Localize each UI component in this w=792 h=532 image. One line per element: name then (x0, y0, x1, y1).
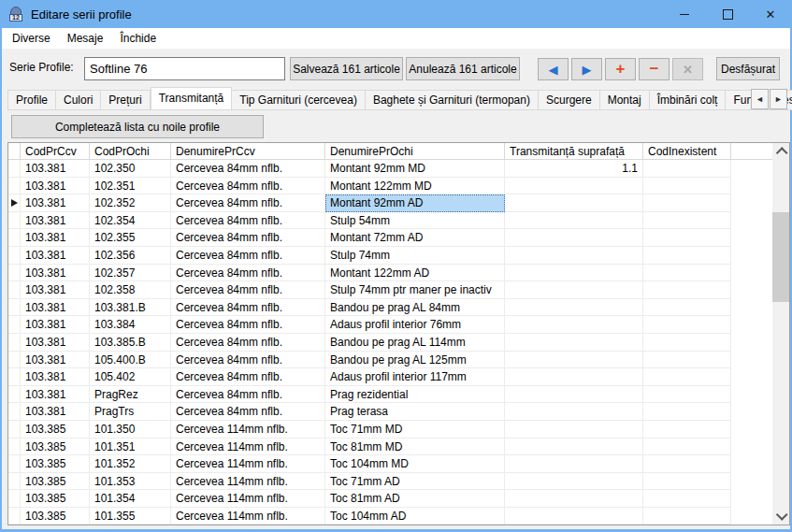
grid-cell[interactable]: 105.400.B (90, 352, 171, 369)
table-row[interactable]: 103.381102.356Cercevea 84mm nflb.Stulp 7… (8, 247, 772, 265)
serie-profile-input[interactable] (84, 57, 285, 80)
scroll-up-button[interactable] (772, 143, 789, 159)
grid-cell[interactable]: Montant 122mm MD (325, 178, 505, 195)
grid-cell[interactable] (643, 212, 731, 230)
grid-cell[interactable]: Stulp 74mm ptr maner pe inactiv (325, 281, 505, 299)
grid-cell[interactable] (643, 455, 731, 473)
table-row[interactable]: 103.385101.354Cercevea 114mm nflb.Toc 81… (8, 490, 772, 508)
grid-cell[interactable]: Cercevea 84mm nflb. (171, 160, 325, 178)
grid-cell[interactable]: Cercevea 84mm nflb. (171, 299, 325, 317)
grid-cell[interactable]: Cercevea 84mm nflb. (171, 316, 325, 334)
grid-cell[interactable]: 102.356 (90, 247, 171, 265)
grid-cell[interactable]: Cercevea 84mm nflb. (171, 178, 325, 195)
menu-item-diverse[interactable]: Diverse (4, 28, 59, 49)
grid-cell[interactable] (643, 247, 731, 265)
grid-cell[interactable]: 102.357 (90, 265, 171, 282)
grid-cell[interactable]: Adaus profil interior 76mm (325, 316, 505, 334)
grid-cell[interactable]: Cercevea 114mm nflb. (171, 473, 325, 491)
tab-scroll-left-button[interactable]: ◄ (751, 89, 769, 109)
grid-cell[interactable]: Montant 92mm MD (325, 160, 505, 178)
grid-cell[interactable]: 102.351 (90, 178, 171, 195)
grid-cell[interactable] (505, 316, 643, 334)
grid-cell[interactable]: Cercevea 114mm nflb. (171, 508, 325, 525)
grid-cell[interactable] (643, 403, 731, 421)
table-row[interactable]: 103.381105.400.BCercevea 84mm nflb.Bando… (8, 352, 772, 369)
grid-cell[interactable] (505, 386, 643, 404)
grid-cell[interactable]: 105.402 (90, 368, 171, 386)
grid-cell[interactable] (643, 299, 731, 317)
grid-cell[interactable]: 102.354 (90, 212, 171, 230)
grid-cell[interactable] (505, 334, 643, 352)
grid-cell[interactable]: 103.381 (21, 247, 90, 265)
grid-cell[interactable]: 103.381.B (90, 299, 171, 317)
grid-cell[interactable]: 103.385 (21, 455, 90, 473)
cancel-button[interactable]: Anulează 161 articole (406, 57, 520, 80)
grid-cell[interactable]: Toc 71mm MD (325, 421, 505, 439)
table-row[interactable]: 103.381102.351Cercevea 84mm nflb.Montant… (8, 178, 772, 195)
grid-cell[interactable]: 103.381 (21, 334, 90, 352)
grid-cell[interactable] (643, 439, 731, 456)
table-row[interactable]: 103.381102.352Cercevea 84mm nflb.Montant… (8, 194, 772, 212)
tab-montaj[interactable]: Montaj (600, 90, 650, 110)
grid-cell[interactable] (643, 281, 731, 299)
scrollbar-track[interactable] (772, 159, 789, 509)
grid-cell[interactable]: PragTrs (90, 403, 171, 421)
grid-cell[interactable]: Cercevea 84mm nflb. (171, 229, 325, 247)
grid-cell[interactable]: 103.381 (21, 178, 90, 195)
grid-cell[interactable]: Prag rezidential (325, 386, 505, 404)
grid-cell[interactable] (505, 455, 643, 473)
grid-cell[interactable] (505, 439, 643, 456)
grid-cell[interactable]: 103.381 (21, 403, 90, 421)
grid-cell[interactable]: Cercevea 84mm nflb. (171, 403, 325, 421)
grid-cell[interactable]: Bandou pe prag AL 125mm (325, 352, 505, 369)
grid-cell[interactable] (505, 178, 643, 195)
table-row[interactable]: 103.381PragTrsCercevea 84mm nflb.Prag te… (8, 403, 772, 421)
table-row[interactable]: 103.385101.350Cercevea 114mm nflb.Toc 71… (8, 421, 772, 439)
grid-cell[interactable] (505, 421, 643, 439)
grid-cell[interactable]: 103.381 (21, 229, 90, 247)
grid-cell[interactable]: Stulp 74mm (325, 247, 505, 265)
grid-cell[interactable]: Cercevea 114mm nflb. (171, 439, 325, 456)
tab-pre-uri[interactable]: Prețuri (101, 90, 150, 110)
grid-cell[interactable]: 103.385 (21, 490, 90, 508)
table-row[interactable]: 103.381103.381.BCercevea 84mm nflb.Bando… (8, 299, 772, 317)
tab-baghete-i-garnituri-termopan[interactable]: Baghete și Garnituri (termopan) (366, 90, 539, 110)
column-header-denumireprochi[interactable]: DenumirePrOchi (325, 143, 505, 160)
grid-cell[interactable]: 103.381 (21, 212, 90, 230)
remove-record-button[interactable]: − (639, 58, 670, 80)
grid-cell[interactable]: Cercevea 114mm nflb. (171, 421, 325, 439)
grid-cell[interactable]: 102.350 (90, 160, 171, 178)
grid-cell[interactable]: 103.381 (21, 352, 90, 369)
grid-cell[interactable]: Prag terasa (325, 403, 505, 421)
grid-cell[interactable]: Cercevea 84mm nflb. (171, 386, 325, 404)
grid-cell[interactable] (505, 299, 643, 317)
vertical-scrollbar[interactable] (772, 143, 789, 525)
tab-transmitan[interactable]: Transmitanță (151, 87, 233, 110)
expand-button[interactable]: Desfășurat (716, 57, 780, 80)
grid-cell[interactable]: 103.385.B (90, 334, 171, 352)
table-row[interactable]: 103.381103.384Cercevea 84mm nflb.Adaus p… (8, 316, 772, 334)
grid-cell[interactable]: 103.381 (21, 281, 90, 299)
grid-cell[interactable]: Toc 104mm AD (325, 508, 505, 525)
grid-cell[interactable]: 103.385 (21, 473, 90, 491)
column-header-transmitanta[interactable]: Transmitanță suprafață (505, 143, 643, 160)
grid-cell[interactable]: 101.350 (90, 421, 171, 439)
grid-cell[interactable] (505, 403, 643, 421)
grid-cell[interactable]: Cercevea 84mm nflb. (171, 247, 325, 265)
close-button[interactable]: ✕ (749, 0, 792, 28)
grid-cell[interactable] (643, 490, 731, 508)
grid-cell[interactable] (643, 194, 731, 212)
grid-cell[interactable]: 101.353 (90, 473, 171, 491)
table-row[interactable]: 103.381103.385.BCercevea 84mm nflb.Bando… (8, 334, 772, 352)
grid-cell[interactable]: 101.352 (90, 455, 171, 473)
grid-cell[interactable] (643, 508, 731, 525)
grid-cell[interactable]: Montant 92mm AD (325, 194, 505, 212)
grid-cell[interactable]: 103.385 (21, 421, 90, 439)
grid-cell[interactable] (505, 194, 643, 212)
grid-cell[interactable]: 102.355 (90, 229, 171, 247)
grid-cell[interactable]: 103.381 (21, 316, 90, 334)
grid-cell[interactable]: 103.385 (21, 508, 90, 525)
grid-cell[interactable]: 103.381 (21, 160, 90, 178)
table-row[interactable]: 103.385101.353Cercevea 114mm nflb.Toc 71… (8, 473, 772, 491)
column-header-codinexistent[interactable]: CodInexistent (643, 143, 731, 160)
